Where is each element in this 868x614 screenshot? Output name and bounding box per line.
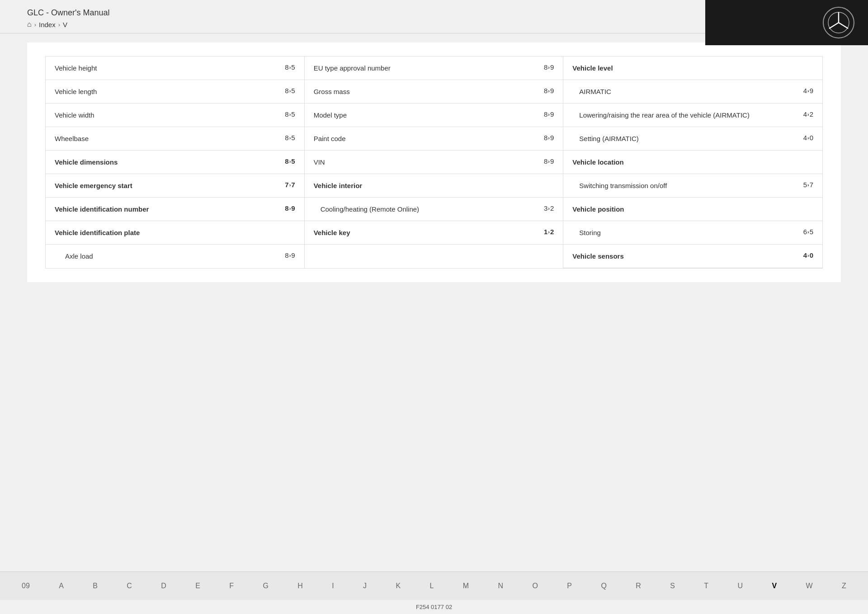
vehicle-id-number-page: 8›9 [285, 204, 295, 212]
storing-entry[interactable]: Storing 6›5 [563, 221, 822, 244]
vehicle-level-sub-box: AIRMATIC 4›9 Lowering/raising the rear a… [563, 80, 822, 151]
alpha-D[interactable]: D [157, 580, 170, 592]
airmatic-label: AIRMATIC [579, 87, 798, 96]
alpha-Q[interactable]: Q [597, 580, 610, 592]
alpha-O[interactable]: O [529, 580, 542, 592]
breadcrumb: ⌂ › Index › V [27, 20, 110, 28]
alpha-R[interactable]: R [632, 580, 645, 592]
footer: 09 A B C D E F G H I J K L M N O P Q R S… [0, 571, 868, 614]
axle-load-entry[interactable]: Axle load 8›9 [49, 245, 304, 268]
vehicle-sensors-entry[interactable]: Vehicle sensors 4›0 [563, 245, 822, 268]
alpha-B[interactable]: B [89, 580, 101, 592]
airmatic-entry[interactable]: AIRMATIC 4›9 [563, 80, 822, 104]
eu-type-approval-label: EU type approval number [314, 63, 539, 73]
alpha-J[interactable]: J [359, 580, 370, 592]
axle-load-page: 8›9 [285, 251, 295, 259]
vehicle-dimensions-entry[interactable]: Vehicle dimensions 8›5 [46, 151, 304, 174]
vehicle-position-header[interactable]: Vehicle position [563, 198, 822, 221]
vehicle-id-number-entry[interactable]: Vehicle identification number 8›9 [46, 198, 304, 221]
vehicle-emergency-start-page: 7›7 [285, 181, 295, 189]
cooling-heating-page: 3›2 [544, 204, 554, 212]
mercedes-logo [823, 7, 854, 38]
alpha-E[interactable]: E [192, 580, 204, 592]
airmatic-page: 4›9 [803, 87, 813, 94]
vehicle-location-header[interactable]: Vehicle location [563, 151, 822, 174]
gross-mass-page: 8›9 [544, 87, 554, 94]
vehicle-key-entry[interactable]: Vehicle key 1›2 [305, 221, 563, 245]
header-title: GLC - Owner's Manual [27, 8, 110, 18]
paint-code-page: 8›9 [544, 134, 554, 142]
alpha-N[interactable]: N [495, 580, 507, 592]
alpha-C[interactable]: C [123, 580, 136, 592]
breadcrumb-sep2: › [58, 21, 60, 28]
alpha-09[interactable]: 09 [18, 580, 33, 592]
setting-airmatic-page: 4›0 [803, 134, 813, 142]
vehicle-height-entry[interactable]: Vehicle height 8›5 [46, 57, 304, 80]
alpha-M[interactable]: M [459, 580, 472, 592]
breadcrumb-sep1: › [34, 21, 36, 28]
cooling-heating-label: Cooling/heating (Remote Online) [321, 204, 539, 214]
lowering-raising-entry[interactable]: Lowering/raising the rear area of the ve… [563, 104, 822, 127]
vehicle-location-label: Vehicle location [572, 157, 809, 167]
svg-line-2 [829, 23, 839, 28]
vehicle-key-label: Vehicle key [314, 228, 539, 237]
alpha-W[interactable]: W [802, 580, 816, 592]
vehicle-position-sub-box: Storing 6›5 [563, 221, 822, 245]
dimensions-sub-box: Vehicle height 8›5 Vehicle length 8›5 Ve… [46, 57, 304, 151]
eu-type-approval-page: 8›9 [544, 63, 554, 71]
column-1: Vehicle height 8›5 Vehicle length 8›5 Ve… [46, 57, 305, 268]
alpha-U[interactable]: U [734, 580, 746, 592]
type-approval-sub-box: EU type approval number 8›9 Gross mass 8… [305, 57, 563, 174]
wheelbase-entry[interactable]: Wheelbase 8›5 [46, 127, 304, 150]
alpha-I[interactable]: I [328, 580, 337, 592]
alpha-H[interactable]: H [294, 580, 307, 592]
alpha-K[interactable]: K [392, 580, 404, 592]
vehicle-level-header[interactable]: Vehicle level [563, 57, 822, 80]
axle-load-sub-box: Axle load 8›9 [46, 245, 304, 268]
vehicle-level-label: Vehicle level [572, 63, 809, 73]
alpha-S[interactable]: S [666, 580, 679, 592]
logo-area [705, 0, 868, 45]
model-type-page: 8›9 [544, 110, 554, 118]
vehicle-emergency-start-entry[interactable]: Vehicle emergency start 7›7 [46, 174, 304, 198]
home-icon[interactable]: ⌂ [27, 20, 32, 28]
vehicle-id-plate-label: Vehicle identification plate [55, 228, 291, 237]
vehicle-interior-header[interactable]: Vehicle interior [305, 174, 563, 198]
vehicle-key-page: 1›2 [544, 228, 554, 236]
storing-page: 6›5 [803, 228, 813, 236]
gross-mass-entry[interactable]: Gross mass 8›9 [305, 80, 563, 104]
alpha-G[interactable]: G [259, 580, 272, 592]
vin-page: 8›9 [544, 157, 554, 165]
vehicle-width-page: 8›5 [285, 110, 295, 118]
setting-airmatic-entry[interactable]: Setting (AIRMATIC) 4›0 [563, 127, 822, 150]
vehicle-height-page: 8›5 [285, 63, 295, 71]
eu-type-approval-entry[interactable]: EU type approval number 8›9 [305, 57, 563, 80]
paint-code-entry[interactable]: Paint code 8›9 [305, 127, 563, 151]
wheelbase-page: 8›5 [285, 134, 295, 142]
alpha-T[interactable]: T [700, 580, 712, 592]
alpha-V[interactable]: V [768, 580, 780, 592]
axle-load-label: Axle load [65, 251, 280, 261]
vehicle-width-label: Vehicle width [55, 110, 280, 120]
alpha-L[interactable]: L [426, 580, 438, 592]
breadcrumb-index[interactable]: Index [39, 21, 56, 28]
vehicle-id-plate-header[interactable]: Vehicle identification plate [46, 221, 304, 245]
cooling-heating-entry[interactable]: Cooling/heating (Remote Online) 3›2 [305, 198, 563, 221]
vehicle-length-entry[interactable]: Vehicle length 8›5 [46, 80, 304, 104]
model-type-entry[interactable]: Model type 8›9 [305, 104, 563, 127]
model-type-label: Model type [314, 110, 539, 120]
alpha-A[interactable]: A [55, 580, 67, 592]
wheelbase-label: Wheelbase [55, 134, 280, 143]
alpha-Z[interactable]: Z [838, 580, 850, 592]
alpha-P[interactable]: P [563, 580, 576, 592]
vehicle-position-label: Vehicle position [572, 204, 809, 214]
switching-transmission-entry[interactable]: Switching transmission on/off 5›7 [563, 174, 822, 197]
column-2: EU type approval number 8›9 Gross mass 8… [305, 57, 564, 268]
vehicle-width-entry[interactable]: Vehicle width 8›5 [46, 104, 304, 127]
paint-code-label: Paint code [314, 134, 539, 143]
vehicle-sensors-label: Vehicle sensors [572, 251, 798, 261]
interior-sub-box: Cooling/heating (Remote Online) 3›2 [305, 198, 563, 221]
vin-entry[interactable]: VIN 8›9 [305, 151, 563, 174]
vin-label: VIN [314, 157, 539, 167]
alpha-F[interactable]: F [226, 580, 237, 592]
